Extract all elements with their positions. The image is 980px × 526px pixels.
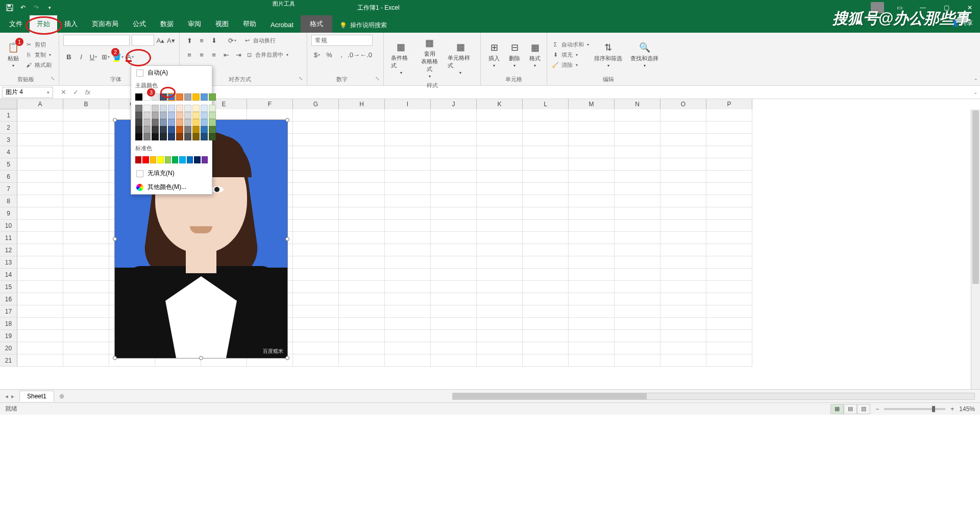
tint-swatch[interactable] <box>168 105 175 112</box>
tab-acrobat[interactable]: Acrobat <box>263 17 301 33</box>
save-icon[interactable] <box>5 3 14 12</box>
tint-swatch[interactable] <box>135 105 142 112</box>
resize-handle-tr[interactable] <box>285 118 289 122</box>
tint-swatch[interactable] <box>143 119 151 126</box>
resize-handle-br[interactable] <box>285 356 289 360</box>
tint-swatch[interactable] <box>152 119 159 126</box>
horizontal-scrollbar[interactable] <box>452 393 975 400</box>
tint-swatch[interactable] <box>176 119 183 126</box>
tint-swatch[interactable] <box>143 133 151 140</box>
decrease-font-button[interactable]: A▾ <box>167 35 176 46</box>
tint-swatch[interactable] <box>192 105 200 112</box>
tint-swatch[interactable] <box>184 112 191 119</box>
cut-button[interactable]: ✂剪切 <box>24 40 52 49</box>
tab-review[interactable]: 审阅 <box>181 15 208 33</box>
row-header-11[interactable]: 11 <box>0 232 17 244</box>
tint-swatch[interactable] <box>209 112 216 119</box>
sheet-nav[interactable]: ◂▸ <box>0 393 19 400</box>
col-header-F[interactable]: F <box>247 99 293 109</box>
page-layout-view-button[interactable]: ▤ <box>844 404 857 414</box>
decrease-indent-button[interactable]: ⇤ <box>220 49 232 60</box>
tab-view[interactable]: 视图 <box>208 15 236 33</box>
tab-format[interactable]: 格式 <box>301 15 332 33</box>
col-header-O[interactable]: O <box>660 99 706 109</box>
zoom-out-button[interactable]: − <box>875 405 879 413</box>
italic-button[interactable]: I <box>76 51 87 62</box>
row-header-4[interactable]: 4 <box>0 146 17 158</box>
row-header-7[interactable]: 7 <box>0 183 17 195</box>
resize-handle-l[interactable] <box>113 237 117 241</box>
tint-swatch[interactable] <box>168 119 175 126</box>
vertical-scrollbar[interactable] <box>971 109 980 389</box>
col-header-L[interactable]: L <box>523 99 569 109</box>
font-name-combo[interactable] <box>63 35 130 46</box>
standard-swatch[interactable] <box>194 156 200 163</box>
tint-swatch[interactable] <box>143 126 151 133</box>
theme-swatch[interactable] <box>135 93 142 101</box>
tell-me-search[interactable]: 💡 操作说明搜索 <box>332 21 394 30</box>
standard-swatch[interactable] <box>142 156 149 163</box>
row-header-13[interactable]: 13 <box>0 256 17 269</box>
tint-swatch[interactable] <box>152 105 159 112</box>
align-bottom-button[interactable]: ⬇ <box>208 35 219 46</box>
tint-swatch[interactable] <box>160 133 167 140</box>
sheet-tab-1[interactable]: Sheet1 <box>19 391 54 401</box>
tint-swatch[interactable] <box>176 126 183 133</box>
tint-swatch[interactable] <box>160 112 167 119</box>
col-header-K[interactable]: K <box>477 99 523 109</box>
row-header-10[interactable]: 10 <box>0 220 17 232</box>
fill-button[interactable]: ⬇填充▾ <box>551 50 589 59</box>
col-header-I[interactable]: I <box>385 99 431 109</box>
increase-font-button[interactable]: A▴ <box>156 35 165 46</box>
tint-swatch[interactable] <box>201 126 208 133</box>
increase-indent-button[interactable]: ⇥ <box>233 49 244 60</box>
row-header-20[interactable]: 20 <box>0 342 17 354</box>
tab-formulas[interactable]: 公式 <box>126 15 153 33</box>
format-painter-button[interactable]: 🖌格式刷 <box>24 60 52 69</box>
percent-button[interactable]: % <box>324 49 335 60</box>
tint-swatch[interactable] <box>135 112 142 119</box>
col-header-J[interactable]: J <box>431 99 477 109</box>
bold-button[interactable]: B <box>63 51 75 62</box>
tint-swatch[interactable] <box>184 119 191 126</box>
row-header-1[interactable]: 1 <box>0 109 17 122</box>
wrap-text-button[interactable]: ↩自动换行 <box>243 35 276 46</box>
theme-swatch[interactable] <box>184 93 191 101</box>
row-header-6[interactable]: 6 <box>0 171 17 183</box>
tint-swatch[interactable] <box>209 119 216 126</box>
row-header-14[interactable]: 14 <box>0 269 17 281</box>
resize-handle-r[interactable] <box>285 237 289 241</box>
tint-swatch[interactable] <box>160 126 167 133</box>
tint-swatch[interactable] <box>209 105 216 112</box>
align-top-button[interactable]: ⬆ <box>184 35 195 46</box>
row-header-5[interactable]: 5 <box>0 158 17 171</box>
hscroll-thumb[interactable] <box>453 393 647 399</box>
zoom-level[interactable]: 145% <box>959 405 975 413</box>
minimize-icon[interactable]: — <box>913 0 933 15</box>
tint-swatch[interactable] <box>201 112 208 119</box>
standard-swatch[interactable] <box>165 156 171 163</box>
theme-swatch[interactable] <box>168 93 175 101</box>
zoom-in-button[interactable]: + <box>950 405 954 413</box>
redo-icon[interactable]: ↷ <box>32 3 41 12</box>
tint-swatch[interactable] <box>168 133 175 140</box>
align-middle-button[interactable]: ≡ <box>196 35 207 46</box>
row-header-19[interactable]: 19 <box>0 330 17 342</box>
standard-swatch[interactable] <box>150 156 156 163</box>
row-header-3[interactable]: 3 <box>0 134 17 146</box>
add-sheet-button[interactable]: ⊕ <box>54 393 69 400</box>
tint-swatch[interactable] <box>201 133 208 140</box>
tint-swatch[interactable] <box>192 126 200 133</box>
resize-handle-b[interactable] <box>199 356 203 360</box>
auto-color-item[interactable]: 自动(A) <box>131 66 212 80</box>
normal-view-button[interactable]: ▦ <box>830 404 844 414</box>
theme-swatch[interactable] <box>160 93 167 101</box>
table-format-button[interactable]: ▦套用 表格格式▾ <box>416 35 443 81</box>
align-right-button[interactable]: ≡ <box>208 49 219 60</box>
tint-swatch[interactable] <box>209 133 216 140</box>
tab-page-layout[interactable]: 页面布局 <box>85 15 126 33</box>
delete-cells-button[interactable]: ⊟删除▾ <box>505 39 524 70</box>
no-fill-item[interactable]: 无填充(N) <box>131 166 212 180</box>
tint-swatch[interactable] <box>201 105 208 112</box>
tint-swatch[interactable] <box>209 126 216 133</box>
